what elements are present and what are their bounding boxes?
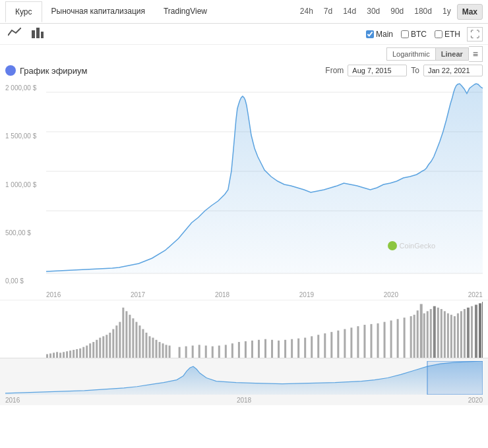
svg-rect-51 [212, 347, 214, 358]
time-tab-30d[interactable]: 30d [362, 4, 384, 20]
y-label-0: 0,00 $ [5, 277, 36, 285]
svg-rect-93 [450, 315, 452, 358]
checkbox-btc[interactable]: BTC [401, 30, 427, 39]
svg-rect-26 [106, 335, 107, 358]
cg-logo [388, 241, 397, 250]
checkbox-group: Main BTC ETH [366, 30, 460, 39]
svg-rect-56 [245, 341, 247, 358]
menu-btn[interactable]: ≡ [469, 46, 483, 62]
svg-rect-97 [464, 309, 466, 358]
checkbox-main[interactable]: Main [366, 30, 393, 39]
svg-rect-19 [82, 347, 84, 358]
chart-toolbar: Main BTC ETH ⛶ [0, 24, 488, 45]
svg-rect-40 [152, 338, 154, 358]
svg-rect-21 [89, 343, 91, 358]
svg-rect-58 [258, 340, 260, 358]
svg-rect-16 [73, 350, 75, 358]
svg-rect-99 [471, 306, 473, 358]
tab-market-cap[interactable]: Рыночная капитализация [42, 1, 154, 22]
svg-rect-10 [53, 352, 55, 358]
svg-rect-79 [397, 319, 399, 358]
chart-header: График эфириум From To [0, 62, 488, 79]
chart-title: График эфириум [5, 65, 87, 76]
svg-rect-1 [36, 28, 40, 38]
svg-rect-101 [479, 303, 481, 358]
svg-rect-71 [344, 329, 346, 358]
tab-kurс[interactable]: Курс [5, 1, 42, 22]
svg-rect-76 [377, 323, 379, 358]
svg-rect-30 [119, 322, 121, 358]
main-chart-svg [46, 79, 483, 290]
svg-rect-50 [205, 346, 207, 358]
x-label-2020: 2020 [384, 291, 398, 298]
x-label-2018: 2018 [215, 291, 229, 298]
time-tab-90d[interactable]: 90d [386, 4, 408, 20]
svg-rect-11 [56, 352, 58, 358]
svg-rect-54 [231, 343, 233, 358]
svg-rect-68 [324, 333, 326, 358]
time-tab-max[interactable]: Max [457, 4, 483, 20]
svg-rect-94 [454, 316, 456, 358]
right-controls: Main BTC ETH ⛶ [366, 27, 483, 42]
svg-rect-74 [363, 325, 365, 358]
y-label-500: 500,00 $ [5, 229, 36, 237]
svg-rect-29 [115, 325, 117, 358]
svg-rect-18 [79, 349, 81, 358]
svg-rect-88 [433, 306, 436, 358]
svg-rect-83 [417, 310, 419, 358]
from-date-input[interactable] [348, 65, 407, 76]
svg-rect-32 [125, 311, 127, 358]
svg-rect-39 [148, 336, 150, 358]
svg-rect-13 [63, 352, 65, 358]
nav-tabs: Курс Рыночная капитализация TradingView [5, 1, 216, 22]
svg-rect-96 [460, 311, 462, 358]
svg-rect-73 [357, 326, 359, 358]
svg-rect-90 [441, 309, 442, 358]
svg-rect-87 [430, 309, 432, 358]
svg-rect-33 [129, 315, 131, 358]
mini-x-2018: 2018 [237, 397, 251, 404]
to-date-input[interactable] [423, 65, 483, 76]
svg-rect-84 [420, 304, 423, 358]
mini-x-2020: 2020 [468, 397, 483, 404]
line-chart-icon[interactable] [5, 26, 24, 42]
time-tab-7d[interactable]: 7d [319, 4, 337, 20]
svg-rect-100 [475, 305, 477, 358]
svg-rect-103 [427, 361, 483, 395]
svg-rect-14 [66, 351, 68, 358]
tab-tradingview[interactable]: TradingView [154, 1, 216, 22]
time-tab-14d[interactable]: 14d [338, 4, 361, 20]
svg-rect-77 [384, 322, 386, 358]
svg-rect-52 [218, 346, 220, 358]
bar-chart-icon[interactable] [29, 26, 46, 42]
logarithmic-btn[interactable]: Logarithmic [386, 47, 435, 61]
linear-btn[interactable]: Linear [435, 47, 469, 61]
svg-rect-2 [41, 32, 44, 38]
svg-rect-55 [238, 342, 240, 358]
scale-controls: Logarithmic Linear ≡ [0, 45, 488, 62]
time-tab-180d[interactable]: 180d [410, 4, 437, 20]
svg-rect-0 [32, 30, 35, 38]
svg-rect-61 [278, 341, 280, 358]
svg-rect-27 [109, 333, 111, 358]
to-label: To [411, 66, 419, 75]
time-tab-24h[interactable]: 24h [295, 4, 318, 20]
svg-rect-43 [162, 343, 164, 358]
time-tabs: 24h 7d 14d 30d 90d 180d 1y Max [295, 4, 483, 20]
chart-type-icons [5, 26, 46, 42]
main-chart-area: 2 000,00 $ 1 500,00 $ 1 000,00 $ 500,00 … [0, 79, 488, 290]
svg-rect-75 [370, 324, 372, 358]
svg-rect-34 [132, 318, 134, 358]
mini-chart-svg [5, 361, 483, 395]
svg-rect-78 [390, 320, 392, 358]
checkbox-eth[interactable]: ETH [435, 30, 460, 39]
svg-rect-62 [284, 340, 286, 358]
fullscreen-icon[interactable]: ⛶ [467, 27, 483, 42]
time-tab-1y[interactable]: 1y [438, 4, 456, 20]
svg-rect-82 [413, 315, 415, 358]
mini-x-axis: 2016 2018 2020 [5, 397, 483, 404]
svg-rect-37 [142, 329, 144, 358]
svg-rect-85 [423, 314, 425, 358]
svg-rect-17 [76, 349, 78, 358]
svg-rect-80 [404, 318, 406, 358]
